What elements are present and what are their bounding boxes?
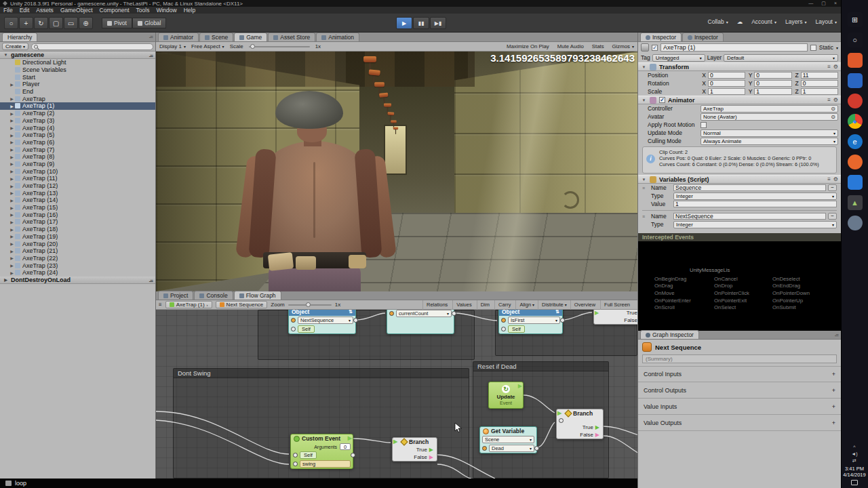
true-port[interactable]: ▶ xyxy=(595,424,599,430)
transform-tool-button[interactable]: ↻ xyxy=(34,17,48,29)
foldout-icon[interactable]: ▶ xyxy=(9,169,15,174)
foldout-icon[interactable]: ▶ xyxy=(9,256,15,260)
collab-dropdown[interactable]: Collab▾ xyxy=(708,18,728,25)
foldout-icon[interactable]: ▶ xyxy=(9,118,15,123)
bottom-tab[interactable]: Console xyxy=(194,291,233,300)
menu-item[interactable]: GameObject xyxy=(57,7,96,14)
foldout-icon[interactable]: ▶ xyxy=(9,234,15,239)
maximize-button[interactable]: ▢ xyxy=(821,1,826,6)
hierarchy-item[interactable]: ▶ AxeTrap (10) xyxy=(0,167,155,175)
action-center-icon[interactable] xyxy=(851,480,858,485)
hierarchy-item[interactable]: ▶ AxeTrap (17) xyxy=(0,218,155,226)
pause-button[interactable]: ▮▮ xyxy=(413,17,429,29)
close-button[interactable]: × xyxy=(834,1,837,6)
game-view-toggle[interactable]: Stats xyxy=(592,43,606,49)
y-field[interactable]: 1 xyxy=(754,88,791,95)
hierarchy-item[interactable]: Directional Light xyxy=(0,59,155,66)
tab-hierarchy[interactable]: Hierarchy xyxy=(2,33,37,41)
step-button[interactable]: ▶▮ xyxy=(430,17,446,29)
add-button[interactable]: + xyxy=(832,403,835,410)
bottom-tab[interactable]: Project xyxy=(158,291,193,300)
hierarchy-item[interactable]: ▶ AxeTrap (1) xyxy=(0,102,155,110)
event-name-field[interactable]: swing xyxy=(300,460,351,468)
x-field[interactable]: 0 xyxy=(708,72,745,79)
z-field[interactable]: 11 xyxy=(801,72,838,79)
hierarchy-item[interactable]: ▶ AxeTrap (18) xyxy=(0,226,155,233)
avatar-field[interactable]: None (Avatar)⊙ xyxy=(701,113,838,121)
tray-icon[interactable]: ^ xyxy=(853,445,855,449)
graph-list-icon[interactable]: ≡ xyxy=(159,302,162,308)
inspector-tab[interactable]: Inspector xyxy=(682,33,724,41)
scope-dropdown[interactable]: Scene▾ xyxy=(482,436,534,443)
foldout-icon[interactable]: ▶ xyxy=(9,212,15,217)
breadcrumb-graph[interactable]: Next Sequence xyxy=(216,301,268,308)
value-port[interactable] xyxy=(452,311,456,316)
variable-name-field[interactable]: NextSequence xyxy=(673,213,826,220)
flow-toolbar-button[interactable]: Align▾ xyxy=(515,300,538,310)
foldout-icon[interactable]: ▶ xyxy=(9,184,15,188)
tray-icon[interactable]: ◄) xyxy=(851,451,857,456)
flow-toolbar-button[interactable]: Dim xyxy=(477,300,494,310)
taskbar-app-icon[interactable] xyxy=(848,94,863,108)
foldout-icon[interactable]: ▶ xyxy=(9,227,15,232)
status-bar[interactable]: loop xyxy=(0,479,637,488)
node-custom-event[interactable]: Custom Event▶ Arguments0 Self swing xyxy=(290,434,353,469)
drag-handle-icon[interactable]: ≡ xyxy=(642,186,649,190)
create-button[interactable]: Create▾ xyxy=(2,43,28,50)
foldout-icon[interactable]: ▶ xyxy=(9,96,15,101)
zoom-slider[interactable] xyxy=(288,304,332,306)
hierarchy-item[interactable]: ▶ AxeTrap (19) xyxy=(0,233,155,241)
foldout-icon[interactable]: ▶ xyxy=(3,277,9,282)
static-checkbox[interactable] xyxy=(810,45,816,51)
hierarchy-item[interactable]: ▶ AxeTrap (5) xyxy=(0,131,155,139)
variable-type-dropdown[interactable]: Integer▾ xyxy=(673,192,837,200)
foldout-icon[interactable]: ▶ xyxy=(9,133,15,138)
cloud-icon[interactable]: ☁ xyxy=(737,18,743,25)
value-port[interactable] xyxy=(291,327,296,331)
flow-toolbar-button[interactable]: Full Screen xyxy=(600,300,635,310)
culling-mode-dropdown[interactable]: Always Animate▾ xyxy=(701,138,838,145)
static-dropdown-icon[interactable]: ▾ xyxy=(836,45,838,50)
pivot-toggle[interactable]: Pivot xyxy=(102,18,132,28)
flow-toolbar-button[interactable]: Values xyxy=(452,300,476,310)
apply-root-motion-checkbox[interactable] xyxy=(701,122,707,128)
add-button[interactable]: + xyxy=(832,371,835,378)
menu-item[interactable]: Help xyxy=(180,7,199,14)
inspector-tab[interactable]: Inspector xyxy=(640,33,682,41)
view-tab[interactable]: Scene xyxy=(199,33,233,41)
node-get-variable[interactable]: Get Variable Scene▾ Dead▾ xyxy=(479,426,537,453)
hierarchy-item[interactable]: ▶ Player xyxy=(0,81,155,88)
value-port[interactable] xyxy=(501,318,506,323)
transform-tool-button[interactable]: ⊕ xyxy=(79,17,93,29)
node-update-event[interactable]: ▶ ↻ Update Event xyxy=(488,382,524,409)
variable-name-field[interactable]: Sequence xyxy=(673,184,826,191)
control-in-port[interactable]: ▶ xyxy=(595,310,599,316)
self-chip[interactable]: Self xyxy=(300,451,317,459)
taskbar-app-icon[interactable] xyxy=(848,216,863,230)
false-port[interactable]: ▶ xyxy=(429,454,433,460)
foldout-icon[interactable]: ▶ xyxy=(9,82,15,87)
node-get-variable-currentcount[interactable]: currentCount▾ xyxy=(387,310,454,334)
menu-item[interactable]: Assets xyxy=(33,7,57,14)
gameobject-name-field[interactable] xyxy=(660,43,808,52)
taskbar-app-icon[interactable] xyxy=(848,155,863,169)
menu-item[interactable]: Tools xyxy=(133,7,153,14)
view-tab[interactable]: Asset Store xyxy=(268,33,315,41)
global-toggle[interactable]: Global xyxy=(132,18,167,28)
play-button[interactable]: ▶ xyxy=(396,17,412,29)
game-view-toggle[interactable]: Maximize On Play xyxy=(507,43,551,49)
arguments-field[interactable]: 0 xyxy=(340,443,351,450)
x-field[interactable]: 0 xyxy=(708,80,745,87)
control-out-port[interactable]: ▶ xyxy=(348,436,352,441)
foldout-icon[interactable]: ▶ xyxy=(9,155,15,159)
variable-dropdown[interactable]: currentCount▾ xyxy=(396,310,452,317)
update-mode-dropdown[interactable]: Normal▾ xyxy=(701,129,838,137)
node-set-member[interactable]: Object⇅ IsFirst▾ Self xyxy=(498,310,563,334)
presets-icon[interactable]: ≡ xyxy=(827,176,831,182)
flow-toolbar-button[interactable]: Carry xyxy=(494,300,515,310)
object-picker-icon[interactable]: ⊙ xyxy=(831,114,835,120)
taskbar-app-icon[interactable]: ○ xyxy=(848,33,863,47)
menu-item[interactable]: Component xyxy=(96,7,133,14)
menu-item[interactable]: Edit xyxy=(16,7,33,14)
tray-icon[interactable]: ⇄ xyxy=(852,458,856,464)
